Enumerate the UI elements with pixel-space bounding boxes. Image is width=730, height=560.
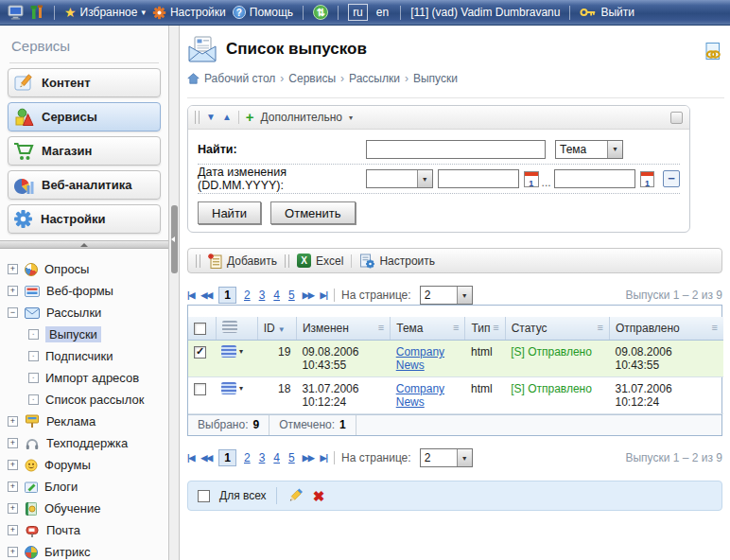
expand-icon[interactable]: + <box>8 438 18 448</box>
column-menu-icon[interactable]: ≡ <box>493 322 498 333</box>
leaf-icon[interactable]: ▪ <box>28 373 39 383</box>
columns-menu-icon[interactable] <box>222 321 237 333</box>
date-to-input[interactable] <box>554 169 635 188</box>
calendar-icon[interactable]: 1 <box>640 171 655 187</box>
expand-icon[interactable]: + <box>8 525 18 535</box>
expand-icon[interactable]: + <box>8 416 18 427</box>
first-page-button[interactable]: |◀ <box>187 290 194 300</box>
filter-expand-button[interactable]: ▲ <box>222 113 232 122</box>
expand-icon[interactable]: + <box>8 460 18 470</box>
page-4[interactable]: 4 <box>272 289 281 302</box>
select-all-checkbox[interactable] <box>194 323 206 335</box>
row-actions-menu[interactable]: ▾ <box>221 345 243 358</box>
select-arrow-icon[interactable]: ▼ <box>457 287 472 304</box>
column-menu-icon[interactable]: ≡ <box>598 322 603 333</box>
last-page-button[interactable]: ▶| <box>321 290 327 300</box>
sidebar-item-analytics[interactable]: Веб-аналитика <box>8 170 161 200</box>
settings-menu[interactable]: Настройки <box>152 6 226 20</box>
subject-link[interactable]: Company <box>396 345 444 359</box>
row-actions-menu[interactable]: ▾ <box>221 382 243 394</box>
per-page-select[interactable]: 2 ▼ <box>420 448 473 467</box>
drag-handle-icon[interactable] <box>195 111 200 124</box>
expand-icon[interactable]: + <box>8 547 18 557</box>
page-3[interactable]: 3 <box>258 451 267 464</box>
for-all-checkbox[interactable] <box>198 490 210 502</box>
tree-item-mailings[interactable]: − Рассылки <box>8 302 165 324</box>
tree-item-webforms[interactable]: + Веб-формы <box>8 280 165 302</box>
column-menu-icon[interactable]: ≡ <box>453 322 459 333</box>
expand-icon[interactable]: + <box>8 264 18 274</box>
next-page-button[interactable]: ▶▶ <box>303 290 314 300</box>
column-header-subject[interactable]: ≡Тема <box>391 317 465 341</box>
column-menu-icon[interactable]: ≡ <box>378 322 384 333</box>
subject-link[interactable]: News <box>396 395 425 409</box>
add-button[interactable]: Добавить <box>208 254 277 269</box>
current-user[interactable]: [11] (vad) Vadim Dumbravanu <box>410 6 560 19</box>
page-4[interactable]: 4 <box>272 451 281 464</box>
subject-link[interactable]: News <box>396 359 425 372</box>
sidebar-item-content[interactable]: Контент <box>8 68 161 97</box>
page-3[interactable]: 3 <box>258 289 267 302</box>
filter-more-menu[interactable]: Дополнительно <box>261 111 342 124</box>
page-2[interactable]: 2 <box>243 289 252 302</box>
prev-page-button[interactable]: ◀◀ <box>200 290 212 300</box>
breadcrumb-item-services[interactable]: Сервисы <box>288 72 336 85</box>
column-header-id[interactable]: ID▼ <box>257 317 296 341</box>
breadcrumb-item-mailings[interactable]: Рассылки <box>349 72 400 85</box>
find-input[interactable] <box>366 140 546 159</box>
leaf-icon[interactable]: ▪ <box>28 394 39 405</box>
filter-settings-button[interactable] <box>670 112 683 124</box>
tree-item-support[interactable]: + Техподдержка <box>8 432 165 454</box>
select-arrow-icon[interactable]: ▼ <box>417 170 432 187</box>
configure-button[interactable]: Настроить <box>359 254 435 269</box>
tree-item-subscribers[interactable]: ▪ Подписчики <box>28 345 165 367</box>
cancel-button[interactable]: Отменить <box>270 201 355 224</box>
prev-page-button[interactable]: ◀◀ <box>200 453 212 463</box>
page-1[interactable]: 1 <box>218 449 236 466</box>
edit-button[interactable] <box>287 487 304 504</box>
tree-item-learning[interactable]: + Обучение <box>8 498 165 519</box>
subject-link[interactable]: Company <box>396 382 444 395</box>
expand-icon[interactable]: + <box>8 503 18 514</box>
column-header-type[interactable]: ≡Тип <box>465 317 505 341</box>
favorites-menu[interactable]: ★ Избранное ▾ <box>64 6 146 19</box>
sidebar-splitter[interactable] <box>168 26 180 560</box>
first-page-button[interactable]: |◀ <box>187 453 194 463</box>
expand-icon[interactable]: + <box>8 286 18 296</box>
help-menu[interactable]: ? Помощь <box>233 6 293 19</box>
drag-handle-icon[interactable] <box>196 254 200 268</box>
select-arrow-icon[interactable]: ▼ <box>607 141 622 158</box>
row-checkbox[interactable] <box>194 346 206 359</box>
expand-icon[interactable]: + <box>8 481 18 492</box>
find-field-select[interactable]: Тема ▼ <box>555 140 623 159</box>
desktop-icon[interactable] <box>8 5 24 20</box>
tree-item-polls[interactable]: + Опросы <box>8 258 165 280</box>
tree-item-mail[interactable]: + Почта <box>8 519 165 541</box>
column-header-sent[interactable]: ≡Отправлено <box>610 317 724 341</box>
last-page-button[interactable]: ▶| <box>321 453 327 463</box>
filter-collapse-button[interactable]: ▼ <box>206 113 216 122</box>
permalink-button[interactable] <box>704 43 722 61</box>
column-menu-icon[interactable]: ≡ <box>712 322 718 333</box>
tree-item-advertising[interactable]: + Реклама <box>8 411 165 432</box>
excel-button[interactable]: X Excel <box>297 254 343 268</box>
row-checkbox[interactable] <box>194 383 206 395</box>
site-switch-icon[interactable]: ⇅ <box>313 5 328 20</box>
page-5[interactable]: 5 <box>287 451 296 464</box>
sidebar-panel-splitter[interactable] <box>0 240 168 249</box>
tree-item-import-addresses[interactable]: ▪ Импорт адресов <box>28 367 165 389</box>
site-tools-icon[interactable] <box>30 5 44 20</box>
sidebar-item-settings[interactable]: Настройки <box>8 204 161 234</box>
remove-filter-row-button[interactable]: − <box>663 170 680 187</box>
next-page-button[interactable]: ▶▶ <box>303 453 314 463</box>
collapse-icon[interactable]: − <box>8 307 18 318</box>
logout-button[interactable]: Выйти <box>580 6 634 19</box>
tree-item-bitrix[interactable]: + Битрикс <box>8 541 165 560</box>
column-header-status[interactable]: ≡Статус <box>505 317 609 341</box>
sidebar-item-services[interactable]: Сервисы <box>8 102 161 131</box>
leaf-icon[interactable]: ▪ <box>28 351 39 361</box>
date-operator-select[interactable]: ▼ <box>366 169 433 188</box>
tree-item-blogs[interactable]: + Блоги <box>8 476 165 498</box>
delete-button[interactable]: ✖ <box>313 489 325 503</box>
page-1[interactable]: 1 <box>218 287 236 304</box>
